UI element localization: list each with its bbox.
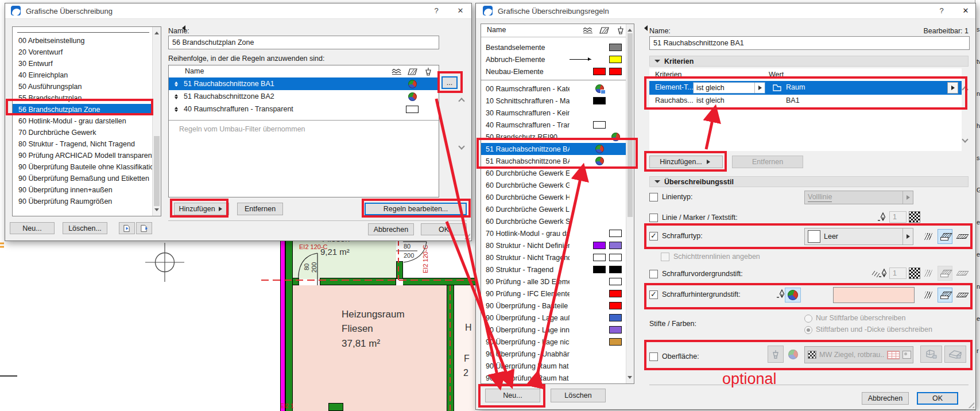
close-button[interactable]: ✕ [454, 6, 467, 16]
drafting-fill-toggle2[interactable] [955, 288, 970, 303]
rule-row[interactable]: 51 Rauchabschnittzone BA1 [481, 143, 626, 155]
applied-rule-row[interactable]: 40 Raumschraffuren - Transparent [169, 103, 439, 115]
close-button[interactable]: ✕ [959, 6, 972, 16]
add-criteria-button[interactable]: Hinzufügen... [649, 156, 723, 168]
rule-row[interactable]: 00 Raumschraffuren - Kateg... [481, 83, 626, 95]
rule-row[interactable]: 60 Durchbrüche Gewerk Hei... [481, 191, 626, 203]
criteria-section-header[interactable]: Kriterien [649, 56, 969, 67]
rule-row[interactable]: 80 Struktur - Tragend [481, 263, 626, 276]
line-pen-checkbox[interactable] [649, 214, 658, 222]
row-drag-handle[interactable] [169, 105, 184, 114]
linetype-checkbox[interactable] [649, 193, 658, 201]
combination-item[interactable]: 56 Brandschutzplan Zone [13, 104, 152, 115]
combination-item[interactable]: 30 Entwurf [13, 58, 152, 69]
rule-row[interactable]: 90 Überprüfung - Lage außen [481, 312, 626, 324]
combination-item[interactable]: 90 Überprüfung innen+außen [13, 184, 152, 196]
criteria-scroll-up-icon[interactable] [963, 86, 969, 91]
table-scroll-up-icon[interactable] [459, 97, 465, 103]
cut-fill-toggle[interactable] [920, 229, 935, 244]
cover-fill-toggle[interactable] [938, 229, 952, 244]
combination-item[interactable]: 70 Durchbrüche Gewerk [13, 127, 152, 138]
cut-fill-toggle2[interactable] [920, 288, 935, 303]
rule-row[interactable]: 80 Struktur - Nicht Tragend [481, 251, 626, 263]
scroll-up-icon[interactable] [627, 26, 632, 32]
rule-row[interactable]: 80 Struktur - Nicht Definiert [481, 239, 626, 251]
rule-row[interactable]: 60 Durchbrüche Gewerk Lüft... [481, 203, 626, 215]
rule-row[interactable]: 51 Rauchabschnittzone BA2 [481, 155, 626, 167]
fill-bg-pen-checkbox[interactable] [649, 290, 658, 299]
row-drag-handle[interactable] [169, 92, 184, 101]
help-button[interactable]: ? [430, 6, 443, 16]
rule-row[interactable]: Bestandselemente [481, 41, 626, 53]
rule-name-input[interactable]: 51 Rauchabschnittzone BA1 [649, 36, 970, 50]
import-button[interactable] [119, 222, 135, 234]
combination-list[interactable]: 00 Arbeitseinstellung20 Vorentwurf30 Ent… [12, 26, 161, 216]
scroll-down-icon[interactable] [154, 208, 159, 214]
line-pen-number-field[interactable]: 1 [889, 211, 907, 223]
pen-color-only-radio[interactable] [804, 315, 812, 323]
rule-row[interactable]: Neubau-Elemente [481, 65, 626, 77]
criteria-table[interactable]: Kriterien Wert Element-T... ist gleich R… [649, 68, 962, 151]
dropdown-arrow-icon[interactable] [754, 83, 765, 93]
cancel-button[interactable]: Abbrechen [862, 392, 909, 405]
rule-row[interactable]: 40 Raumschraffuren - Transp... [481, 119, 626, 131]
surface-checkbox[interactable] [649, 352, 658, 361]
filltype-dropdown[interactable]: Leer [804, 228, 913, 245]
combination-item[interactable]: 00 Arbeitseinstellung [13, 35, 152, 46]
dialog-titlebar[interactable]: Grafische Überschreibung ? ✕ [5, 3, 471, 19]
applied-rule-row[interactable]: 51 Rauchabschnittzone BA2 [169, 90, 439, 103]
criteria-row[interactable]: Rauchabs... ist gleich BA1 [649, 95, 962, 107]
combination-item[interactable]: 80 Struktur - Tragend, Nicht Tragend [13, 138, 152, 150]
fill-bg-color-field[interactable] [833, 287, 915, 303]
combination-list-scrollbar[interactable] [152, 27, 161, 216]
table-scroll-down-icon[interactable] [459, 144, 465, 150]
resize-grip[interactable] [968, 402, 974, 408]
rule-row[interactable]: 90 Überprüfung Raum hat 1... [481, 360, 626, 372]
combination-item[interactable]: 60 Hotlink-Modul - grau darstellen [13, 115, 152, 127]
export-button[interactable] [136, 222, 152, 234]
combination-item[interactable]: 20 Vorentwurf [13, 46, 152, 58]
filltype-checkbox[interactable] [649, 232, 658, 241]
rule-row[interactable]: 60 Durchbrüche Gewerk Ele... [481, 167, 626, 179]
combination-item[interactable]: 90 Überprüfung Raumgrößen [13, 196, 152, 207]
rule-row[interactable]: 60 Durchbrüche Gewerk San... [481, 215, 626, 227]
rule-row[interactable]: 50 Brandschutz REI90 [481, 131, 626, 143]
cut-fill-toggle-disabled[interactable] [920, 266, 935, 281]
applied-rule-row[interactable]: 51 Rauchabschnittzone BA1 [169, 77, 439, 90]
rule-row[interactable]: 90 Überprüfung Raum hat m... [481, 372, 626, 384]
scrollbar-thumb[interactable] [154, 136, 160, 206]
pen-color-weight-radio[interactable] [804, 326, 812, 334]
pen-color-picker-button[interactable] [785, 288, 801, 303]
ok-button[interactable]: OK [421, 223, 467, 235]
rule-row[interactable]: 90 Überprüfung - Lage innen [481, 324, 626, 336]
surface-dropdown[interactable]: MW Ziegel, rotbrau... [804, 346, 913, 363]
rule-row[interactable]: 10 Schnittschraffuren - Massiv [481, 95, 626, 107]
separator-lines-checkbox[interactable] [661, 253, 669, 261]
new-combination-button[interactable]: Neu... [10, 222, 55, 234]
rule-row[interactable]: 70 Hotlink-Modul - grau dar... [481, 227, 626, 239]
dropdown-arrow-icon[interactable] [902, 191, 913, 204]
rule-row[interactable]: 90 Überprüfung - Bauteile o... [481, 300, 626, 312]
rules-list-scrollbar[interactable] [626, 24, 634, 383]
style-section-header[interactable]: Überschreibungsstil [649, 176, 969, 187]
cancel-button[interactable]: Abbrechen [368, 223, 414, 235]
combination-item[interactable]: 55 Brandschutzplan [13, 92, 152, 104]
scroll-down-icon[interactable] [627, 376, 632, 381]
drafting-fill-toggle-disabled[interactable] [955, 266, 970, 281]
edit-rules-button[interactable]: Regeln bearbeiten... [365, 203, 467, 215]
rule-row[interactable]: 60 Durchbrüche Gewerk Gas [481, 179, 626, 191]
ok-button[interactable]: OK [917, 392, 958, 405]
drafting-fill-toggle[interactable] [955, 229, 970, 244]
help-button[interactable]: ? [935, 6, 948, 16]
surface-paint-button[interactable] [768, 346, 784, 363]
linetype-dropdown[interactable]: Volllinie [804, 191, 913, 204]
dropdown-arrow-icon[interactable] [902, 228, 913, 245]
remove-criteria-button[interactable]: Entfernen [732, 156, 803, 168]
line-pen-color-button[interactable] [909, 211, 920, 223]
fill-fg-color-button[interactable] [909, 267, 920, 279]
criteria-scroll-down-icon[interactable] [963, 137, 969, 143]
scrollbar-thumb[interactable] [627, 33, 633, 217]
rule-row[interactable]: 90 Prüfung - alle 3D Element... [481, 276, 626, 288]
apply-surface-roof-button[interactable] [944, 346, 966, 363]
apply-surface-3d-button[interactable] [920, 346, 942, 363]
